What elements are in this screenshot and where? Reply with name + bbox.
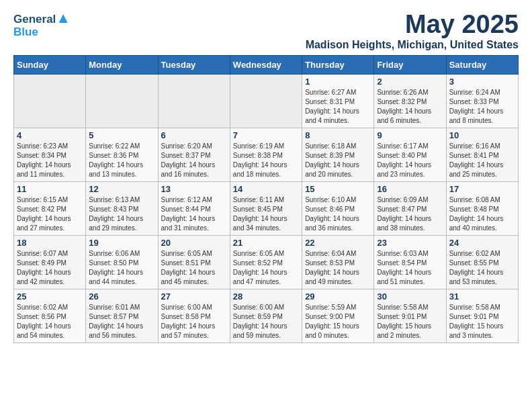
sunset-label: Sunset: 8:37 PM	[161, 152, 211, 159]
sunrise-label: Sunrise: 6:19 AM	[233, 142, 284, 150]
calendar-cell: 7Sunrise: 6:19 AMSunset: 8:38 PMDaylight…	[230, 128, 302, 182]
day-number: 1	[305, 77, 371, 87]
day-info: Sunrise: 5:58 AMSunset: 9:01 PMDaylight:…	[377, 303, 443, 340]
sunset-label: Sunset: 8:56 PM	[17, 313, 66, 320]
daylight-label: Daylight: 14 hours and 25 minutes.	[449, 161, 504, 178]
day-number: 20	[161, 238, 227, 248]
col-header-monday: Monday	[86, 56, 158, 75]
day-number: 25	[17, 291, 83, 302]
day-info: Sunrise: 6:01 AMSunset: 8:57 PMDaylight:…	[89, 303, 154, 340]
daylight-label: Daylight: 14 hours and 36 minutes.	[305, 215, 359, 232]
sunset-label: Sunset: 9:00 PM	[305, 313, 355, 320]
sunset-label: Sunset: 8:52 PM	[233, 259, 283, 267]
calendar-cell: 22Sunrise: 6:04 AMSunset: 8:53 PMDayligh…	[302, 236, 374, 289]
calendar-cell: 24Sunrise: 6:02 AMSunset: 8:55 PMDayligh…	[446, 236, 518, 289]
sunset-label: Sunset: 8:43 PM	[89, 205, 138, 213]
day-info: Sunrise: 6:24 AMSunset: 8:33 PMDaylight:…	[449, 88, 515, 126]
calendar-cell: 23Sunrise: 6:03 AMSunset: 8:54 PMDayligh…	[374, 236, 446, 289]
daylight-label: Daylight: 15 hours and 2 minutes.	[377, 322, 431, 339]
daylight-label: Daylight: 14 hours and 29 minutes.	[89, 215, 143, 232]
sunset-label: Sunset: 8:55 PM	[449, 259, 499, 267]
day-info: Sunrise: 6:26 AMSunset: 8:32 PMDaylight:…	[377, 88, 443, 126]
day-info: Sunrise: 6:02 AMSunset: 8:55 PMDaylight:…	[449, 249, 515, 287]
day-number: 14	[233, 184, 299, 194]
day-info: Sunrise: 6:07 AMSunset: 8:49 PMDaylight:…	[17, 249, 83, 287]
col-header-wednesday: Wednesday	[230, 56, 302, 75]
day-number: 21	[233, 238, 299, 248]
day-number: 15	[305, 184, 371, 194]
sunrise-label: Sunrise: 6:07 AM	[17, 250, 68, 257]
day-info: Sunrise: 6:18 AMSunset: 8:39 PMDaylight:…	[305, 142, 371, 179]
daylight-label: Daylight: 14 hours and 13 minutes.	[89, 161, 143, 178]
sunset-label: Sunset: 8:51 PM	[161, 259, 211, 267]
sunrise-label: Sunrise: 6:12 AM	[161, 196, 212, 203]
calendar-cell: 10Sunrise: 6:16 AMSunset: 8:41 PMDayligh…	[446, 128, 518, 182]
sunrise-label: Sunrise: 6:09 AM	[377, 196, 428, 203]
sunrise-label: Sunrise: 6:02 AM	[449, 250, 500, 257]
daylight-label: Daylight: 14 hours and 38 minutes.	[377, 215, 431, 232]
day-info: Sunrise: 6:19 AMSunset: 8:38 PMDaylight:…	[233, 142, 299, 179]
day-number: 13	[161, 184, 227, 194]
day-info: Sunrise: 6:08 AMSunset: 8:48 PMDaylight:…	[449, 195, 515, 233]
sunset-label: Sunset: 8:57 PM	[89, 313, 138, 320]
sunset-label: Sunset: 8:39 PM	[305, 152, 355, 159]
sunrise-label: Sunrise: 6:15 AM	[17, 196, 68, 203]
day-info: Sunrise: 6:15 AMSunset: 8:42 PMDaylight:…	[17, 195, 83, 233]
col-header-tuesday: Tuesday	[158, 56, 230, 75]
calendar-cell: 28Sunrise: 6:00 AMSunset: 8:59 PMDayligh…	[230, 289, 302, 343]
day-info: Sunrise: 6:16 AMSunset: 8:41 PMDaylight:…	[449, 142, 515, 179]
daylight-label: Daylight: 14 hours and 51 minutes.	[377, 269, 431, 285]
day-number: 8	[305, 130, 371, 140]
day-number: 27	[161, 291, 227, 302]
sunrise-label: Sunrise: 6:06 AM	[89, 250, 140, 257]
calendar-cell: 25Sunrise: 6:02 AMSunset: 8:56 PMDayligh…	[14, 289, 86, 343]
day-info: Sunrise: 6:20 AMSunset: 8:37 PMDaylight:…	[161, 142, 227, 179]
daylight-label: Daylight: 14 hours and 23 minutes.	[377, 161, 431, 178]
calendar-cell	[14, 75, 86, 128]
sunset-label: Sunset: 8:34 PM	[17, 152, 66, 159]
sunrise-label: Sunrise: 6:03 AM	[377, 250, 428, 257]
day-number: 11	[17, 184, 83, 194]
week-row-3: 11Sunrise: 6:15 AMSunset: 8:42 PMDayligh…	[14, 182, 519, 236]
day-info: Sunrise: 6:06 AMSunset: 8:50 PMDaylight:…	[89, 249, 154, 287]
sunrise-label: Sunrise: 6:05 AM	[161, 250, 212, 257]
calendar-cell: 21Sunrise: 6:05 AMSunset: 8:52 PMDayligh…	[230, 236, 302, 289]
sunrise-label: Sunrise: 6:00 AM	[233, 304, 284, 311]
calendar-cell: 9Sunrise: 6:17 AMSunset: 8:40 PMDaylight…	[374, 128, 446, 182]
day-info: Sunrise: 6:05 AMSunset: 8:51 PMDaylight:…	[161, 249, 227, 287]
month-title: May 2025	[306, 10, 519, 39]
calendar-cell: 1Sunrise: 6:27 AMSunset: 8:31 PMDaylight…	[302, 75, 374, 128]
sunset-label: Sunset: 9:01 PM	[449, 313, 499, 320]
sunset-label: Sunset: 8:47 PM	[377, 205, 427, 213]
day-info: Sunrise: 6:27 AMSunset: 8:31 PMDaylight:…	[305, 88, 371, 126]
calendar-cell: 26Sunrise: 6:01 AMSunset: 8:57 PMDayligh…	[86, 289, 158, 343]
col-header-friday: Friday	[374, 56, 446, 75]
sunrise-label: Sunrise: 6:10 AM	[305, 196, 356, 203]
calendar-cell: 5Sunrise: 6:22 AMSunset: 8:36 PMDaylight…	[86, 128, 158, 182]
day-number: 18	[17, 238, 83, 248]
header: General▲ Blue May 2025 Madison Heights, …	[13, 10, 519, 51]
day-info: Sunrise: 6:10 AMSunset: 8:46 PMDaylight:…	[305, 195, 371, 233]
day-info: Sunrise: 5:59 AMSunset: 9:00 PMDaylight:…	[305, 303, 371, 340]
sunrise-label: Sunrise: 6:27 AM	[305, 89, 356, 96]
calendar-cell: 11Sunrise: 6:15 AMSunset: 8:42 PMDayligh…	[14, 182, 86, 236]
daylight-label: Daylight: 14 hours and 31 minutes.	[161, 215, 216, 232]
sunset-label: Sunset: 8:54 PM	[377, 259, 427, 267]
calendar-cell: 15Sunrise: 6:10 AMSunset: 8:46 PMDayligh…	[302, 182, 374, 236]
logo-general: General	[13, 13, 56, 26]
sunset-label: Sunset: 8:50 PM	[89, 259, 138, 267]
day-info: Sunrise: 6:02 AMSunset: 8:56 PMDaylight:…	[17, 303, 83, 340]
daylight-label: Daylight: 14 hours and 34 minutes.	[233, 215, 287, 232]
calendar-cell	[230, 75, 302, 128]
day-number: 16	[377, 184, 443, 194]
daylight-label: Daylight: 14 hours and 20 minutes.	[305, 161, 359, 178]
daylight-label: Daylight: 14 hours and 16 minutes.	[161, 161, 216, 178]
day-number: 26	[89, 291, 154, 302]
day-number: 3	[449, 77, 515, 87]
sunset-label: Sunset: 8:38 PM	[233, 152, 283, 159]
day-number: 17	[449, 184, 515, 194]
day-info: Sunrise: 6:00 AMSunset: 8:59 PMDaylight:…	[233, 303, 299, 340]
logo: General▲ Blue	[13, 10, 71, 39]
day-number: 2	[377, 77, 443, 87]
daylight-label: Daylight: 15 hours and 0 minutes.	[305, 322, 359, 339]
